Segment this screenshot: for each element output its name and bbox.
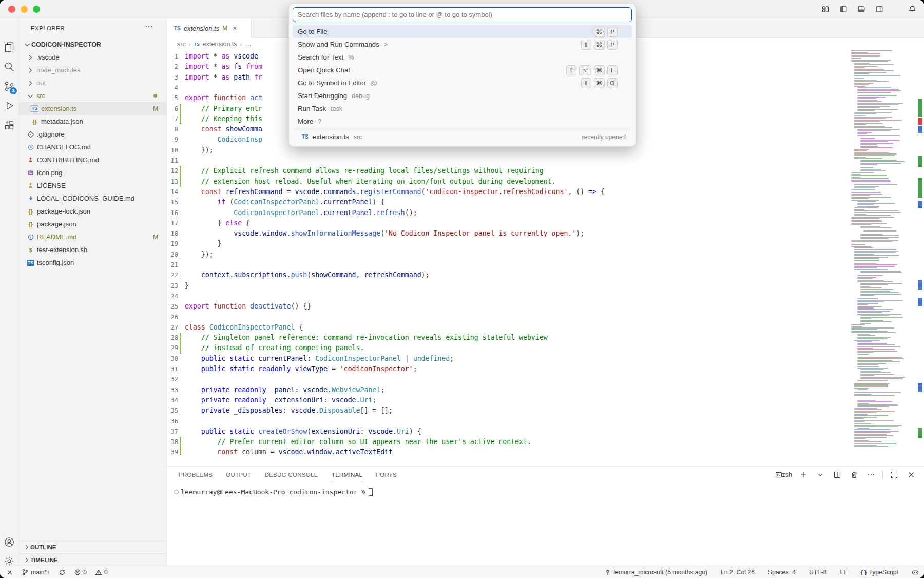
status-copilot[interactable] [912,569,919,576]
kill-terminal-icon[interactable] [849,469,860,480]
close-window-button[interactable] [8,6,15,13]
status-git-commit[interactable]: lemurra_microsoft (5 months ago) [604,569,707,576]
quick-open-item-search-for-text[interactable]: Search for Text% [293,51,632,64]
tree-item-local-codicons-guide-md[interactable]: LOCAL_CODICONS_GUIDE.md [19,192,166,205]
more-actions-icon[interactable] [865,469,877,480]
status-utf-8[interactable]: UTF-8 [809,569,827,576]
minimap-line [854,254,874,255]
status-lf[interactable]: LF [840,569,848,576]
minimap-line [857,100,878,101]
tree-item--gitignore[interactable]: .gitignore [19,128,166,141]
activity-bar-source-control[interactable]: 3 [0,77,18,95]
tree-item-package-lock-json[interactable]: {}package-lock.json [19,205,166,218]
tree-item-metadata-json[interactable]: {}metadata.json [19,115,166,128]
tree-item-contributing-md[interactable]: CONTRIBUTING.md [19,153,166,166]
tree-item-icon-png[interactable]: icon.png [19,166,166,179]
terminal[interactable]: leemurray@Lees-MacBook-Pro codicon-inspe… [167,488,924,496]
explorer-root-folder[interactable]: CODICON-INSPECTOR [19,38,166,51]
quick-open-item-open-quick-chat[interactable]: Open Quick Chat⇧⌥⌘L [293,64,632,76]
quick-open-item-more[interactable]: More? [293,115,632,128]
tree-item-node-modules[interactable]: node_modules [19,64,166,76]
minimap-line [854,249,896,250]
quick-open-input[interactable] [298,11,627,18]
quick-open-item-go-to-file[interactable]: Go to File⌘P [293,25,632,38]
quick-open-item-run-task[interactable]: Run Tasktask [293,102,632,115]
status-warning[interactable]: 0 [95,569,108,576]
status-error[interactable]: 0 [74,569,87,576]
activity-bar-extensions[interactable] [0,116,18,134]
tree-item-tsconfig-json[interactable]: TStsconfig.json [19,256,166,269]
minimap-line [857,89,899,90]
explorer-more-actions-icon[interactable]: ⋯ [145,22,153,31]
quick-open-item-start-debugging[interactable]: Start Debuggingdebug [293,89,632,102]
activity-bar-search[interactable] [0,57,18,76]
minimap-line [860,369,883,370]
activity-bar-run-debug[interactable] [0,97,18,115]
minimap-line [854,412,877,413]
activity-bar-accounts[interactable] [0,533,18,551]
breadcrumb-folder[interactable]: src [177,41,186,48]
shell-integration-indicator [174,490,179,494]
minimap-line [860,283,902,284]
tab-extension-ts[interactable]: TS extension.ts M × [167,18,252,38]
panel-tab-terminal[interactable]: TERMINAL [332,467,363,483]
sidebar-section-timeline[interactable]: TIMELINE [19,553,166,566]
chevron-right-icon [26,53,34,62]
tab-close-icon[interactable]: × [233,24,237,32]
minimap-line [854,423,871,424]
license-file-icon [27,182,34,189]
toggle-primary-sidebar-icon[interactable] [838,4,849,15]
tree-item-package-json[interactable]: {}package.json [19,218,166,230]
minimap-line [857,354,869,355]
tree-item-changelog-md[interactable]: CHANGELOG.md [19,141,166,153]
minimap-line [854,425,902,426]
maximize-panel-icon[interactable] [889,469,900,480]
minimap-line [851,331,888,332]
panel-tab-problems[interactable]: PROBLEMS [179,467,213,483]
activity-bar-explorer[interactable] [0,38,18,56]
split-terminal-icon[interactable] [832,469,843,480]
panel-tab-debug-console[interactable]: DEBUG CONSOLE [264,467,318,483]
chevron-down-icon[interactable] [815,469,826,480]
minimap-line [857,107,880,108]
customize-layout-icon[interactable] [820,4,831,15]
shell-selector[interactable]: zsh [775,471,792,478]
tree-item-label: src [36,92,45,100]
toggle-panel-icon[interactable] [856,4,867,15]
minimap-line [857,103,903,104]
minimap-line [857,133,867,134]
close-panel-icon[interactable] [906,469,917,480]
notifications-bell-icon[interactable] [907,4,918,15]
item-label: Go to Symbol in Editor [298,79,366,87]
sidebar-section-outline[interactable]: OUTLINE [19,541,166,553]
minimap-line [854,212,901,213]
tree-item--vscode[interactable]: .vscode [19,51,166,64]
minimize-window-button[interactable] [21,6,28,13]
quick-open-recent-extension-ts[interactable]: TSextension.tssrcrecently opened [293,130,632,143]
new-terminal-icon[interactable] [798,469,809,480]
run-debug-icon [4,100,15,111]
breadcrumb-file[interactable]: extension.ts [203,41,237,48]
panel-tab-ports[interactable]: PORTS [376,467,397,483]
tree-item-src[interactable]: src [19,89,166,102]
tree-item-test-extension-sh[interactable]: $test-extension.sh [19,243,166,256]
minimap[interactable] [848,50,917,455]
panel-tab-output[interactable]: OUTPUT [226,467,251,483]
tree-item-readme-md[interactable]: README.mdM [19,230,166,243]
tree-item-out[interactable]: out [19,76,166,89]
zoom-window-button[interactable] [33,6,40,13]
status-sync[interactable] [59,569,66,576]
status-remote[interactable] [6,569,13,576]
status-ln-2-col-26[interactable]: Ln 2, Col 26 [721,569,755,576]
breadcrumb-symbol[interactable]: … [245,41,252,48]
toggle-secondary-sidebar-icon[interactable] [874,4,885,15]
tree-item-license[interactable]: LICENSE [19,179,166,192]
quick-open-item-go-to-symbol-in-editor[interactable]: Go to Symbol in Editor@⇧⌘O [293,76,632,89]
status-braces[interactable]: { }TypeScript [861,569,898,576]
tree-item-extension-ts[interactable]: TSextension.tsM [19,102,166,115]
status-spaces-4[interactable]: Spaces: 4 [768,569,796,576]
minimap-line [851,56,880,57]
status-git-branch[interactable]: main*+ [22,569,50,576]
quick-open-item-show-and-run-commands[interactable]: Show and Run Commands>⇧⌘P [293,38,632,51]
overview-ruler[interactable] [917,50,924,466]
